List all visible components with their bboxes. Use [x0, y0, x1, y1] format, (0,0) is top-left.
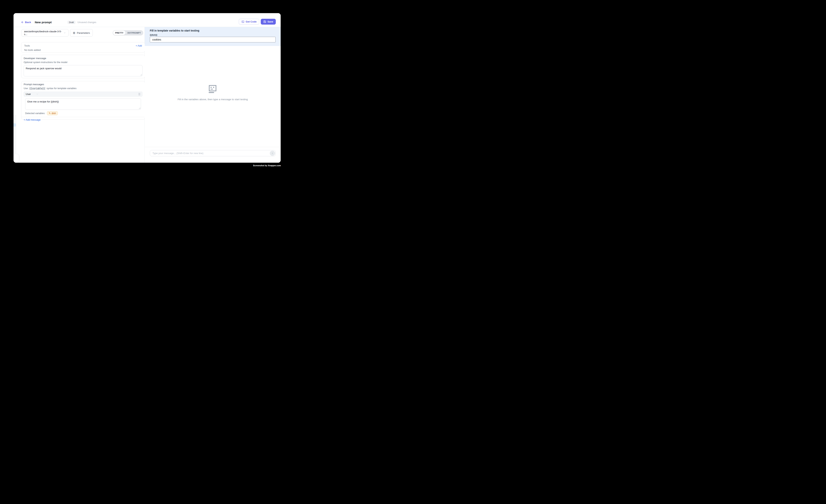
detected-variables-row: Detected variables: ✎ dish [25, 111, 145, 115]
save-button[interactable]: Save [261, 19, 276, 24]
developer-message-card: Developer message Optional system instru… [21, 55, 145, 78]
developer-message-title: Developer message [24, 57, 142, 60]
variable-key-label: {{dish}} [150, 34, 276, 36]
chat-input-bar: ↑ [145, 147, 281, 163]
sidebar-edge-active-item [13, 123, 16, 127]
message-field-wrap [25, 98, 141, 110]
chat-message-input[interactable] [150, 150, 276, 156]
add-tool-button[interactable]: + Add [135, 44, 142, 47]
role-select[interactable]: User [26, 93, 31, 96]
empty-state-text: Fill in the variables above, then type a… [178, 98, 248, 101]
user-message-textarea[interactable] [25, 98, 141, 110]
prompt-editor-pane: aws/anthropic/bedrock-claude-3-5-s... ⚙ … [13, 27, 145, 163]
variables-panel-title: Fill in template variables to start test… [150, 29, 276, 32]
terminal-icon [241, 20, 244, 23]
gear-icon: ⚙ [73, 32, 75, 34]
app-window: Back New prompt Draft Unsaved changes Ge… [13, 13, 281, 163]
screenshot-canvas: Back New prompt Draft Unsaved changes Ge… [0, 0, 289, 176]
chevron-down-icon [36, 93, 39, 95]
save-icon [263, 20, 266, 23]
sidebar-edge-strip [13, 115, 16, 154]
add-message-button[interactable]: + Add message [24, 118, 142, 121]
header-actions: Get Code Save [239, 19, 276, 24]
tools-empty-text: No tools added [24, 49, 142, 51]
developer-message-textarea[interactable] [24, 65, 142, 76]
prompt-messages-subtitle: Use {{variable}} syntax for template var… [24, 87, 142, 90]
model-selector-value: aws/anthropic/bedrock-claude-3-5-s... [24, 30, 63, 36]
get-code-button[interactable]: Get Code [239, 19, 259, 24]
drag-handle-icon[interactable] [138, 93, 140, 96]
template-variables-panel: Fill in template variables to start test… [145, 27, 281, 46]
unsaved-changes-text: Unsaved changes [77, 21, 96, 24]
detected-variables-label: Detected variables: [25, 112, 45, 115]
chevron-down-icon [63, 32, 66, 34]
variable-value-input[interactable] [150, 37, 276, 43]
chat-empty-state: Fill in the variables above, then type a… [145, 46, 281, 147]
model-row: aws/anthropic/bedrock-claude-3-5-s... ⚙ … [21, 29, 93, 37]
get-code-label: Get Code [246, 20, 257, 23]
arrow-up-icon: ↑ [272, 152, 273, 154]
robot-face-icon [209, 85, 217, 93]
test-pane: Fill in template variables to start test… [145, 27, 281, 163]
view-mode-toggle: PRETTY DOTPROMPT [113, 30, 143, 36]
back-label: Back [25, 21, 31, 24]
send-button[interactable]: ↑ [270, 151, 275, 156]
message-role-header: User [24, 91, 142, 97]
arrow-left-icon [21, 21, 24, 24]
model-selector[interactable]: aws/anthropic/bedrock-claude-3-5-s... [21, 29, 68, 37]
prompt-card-footer: + Add message [21, 117, 145, 123]
tools-title: Tools [24, 44, 30, 47]
save-label: Save [268, 20, 273, 23]
parameters-button[interactable]: ⚙ Parameters [70, 29, 93, 37]
toggle-pretty[interactable]: PRETTY [113, 30, 125, 35]
back-button[interactable]: Back [21, 21, 31, 24]
sidebar-edge-card [13, 154, 19, 163]
parameters-label: Parameters [77, 32, 90, 34]
variable-badge-dish[interactable]: ✎ dish [47, 111, 58, 115]
prompt-messages-title: Prompt messages [24, 83, 142, 86]
toggle-dotprompt[interactable]: DOTPROMPT [125, 30, 143, 35]
tools-card: Tools + Add No tools added [21, 42, 145, 53]
body-row: aws/anthropic/bedrock-claude-3-5-s... ⚙ … [13, 27, 281, 163]
pencil-icon: ✎ [49, 112, 51, 115]
status-badge: Draft [67, 21, 75, 24]
variable-syntax-chip: {{variable}} [28, 87, 46, 90]
subtitle-prefix: Use [24, 87, 28, 90]
subtitle-suffix: syntax for template variables [47, 87, 76, 90]
prompt-messages-card: Prompt messages Use {{variable}} syntax … [21, 81, 145, 120]
variable-badge-label: dish [52, 112, 56, 115]
tools-card-header: Tools + Add [24, 44, 142, 47]
page-title: New prompt [35, 21, 52, 24]
developer-message-subtitle: Optional system instructions for the mod… [24, 61, 142, 64]
watermark-text: Screenshot by Xnapper.com [253, 165, 281, 167]
developer-message-field-wrap [24, 65, 142, 76]
page-header: Back New prompt Draft Unsaved changes Ge… [13, 13, 281, 27]
